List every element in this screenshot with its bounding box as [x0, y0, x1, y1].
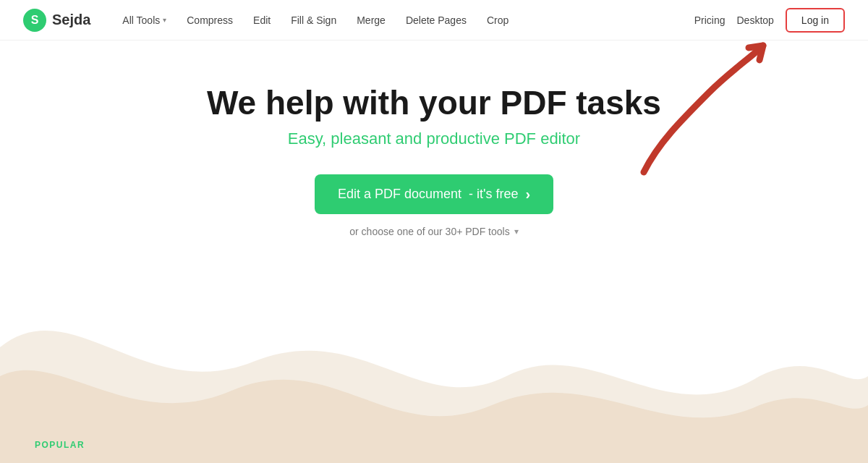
logo-icon: S: [23, 9, 46, 32]
popular-label: POPULAR: [35, 440, 85, 450]
nav-right: Pricing Desktop Log in: [694, 8, 845, 33]
hero-title: We help with your PDF tasks: [207, 84, 661, 122]
wave-background: [0, 232, 868, 463]
cta-free-text: - it's free: [469, 187, 518, 202]
nav-item-edit[interactable]: Edit: [244, 10, 279, 30]
nav-item-fill-sign[interactable]: Fill & Sign: [282, 10, 345, 30]
chevron-down-icon: ▾: [514, 226, 519, 237]
hero-section: We help with your PDF tasks Easy, pleasa…: [0, 41, 868, 237]
nav-item-delete-pages[interactable]: Delete Pages: [397, 10, 475, 30]
cta-edit-button[interactable]: Edit a PDF document - it's free ›: [315, 174, 553, 214]
nav-links: All Tools ▾ Compress Edit Fill & Sign Me…: [114, 10, 694, 30]
login-button[interactable]: Log in: [786, 8, 845, 33]
chevron-down-icon: ▾: [163, 16, 166, 24]
hero-subtitle: Easy, pleasant and productive PDF editor: [288, 129, 580, 148]
cta-secondary: or choose one of our 30+ PDF tools ▾: [349, 226, 518, 237]
navbar: S Sejda All Tools ▾ Compress Edit Fill &…: [0, 0, 868, 41]
cta-main-text: Edit a PDF document: [338, 187, 461, 202]
nav-pricing[interactable]: Pricing: [694, 14, 726, 26]
nav-item-merge[interactable]: Merge: [348, 10, 394, 30]
logo[interactable]: S Sejda: [23, 9, 90, 32]
cta-arrow-icon: ›: [525, 186, 530, 203]
nav-item-crop[interactable]: Crop: [478, 10, 517, 30]
nav-item-all-tools[interactable]: All Tools ▾: [114, 10, 175, 30]
nav-desktop[interactable]: Desktop: [736, 14, 773, 26]
nav-item-compress[interactable]: Compress: [178, 10, 242, 30]
logo-text: Sejda: [52, 12, 90, 28]
